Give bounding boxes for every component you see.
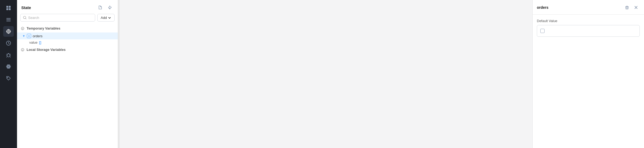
state-panel: State Add Temporary Variables ▼ (17, 0, 118, 148)
atom-icon-item[interactable] (3, 61, 14, 72)
local-section-chevron-icon (21, 48, 24, 52)
grid-icon-item[interactable] (3, 3, 14, 13)
header-icons (97, 4, 114, 11)
temporary-variables-section[interactable]: Temporary Variables (17, 24, 118, 32)
search-row: Add (17, 14, 118, 24)
svg-point-29 (21, 27, 24, 30)
icon-bar (0, 0, 17, 148)
checkbox-icon (540, 29, 545, 33)
local-storage-label: Local Storage Variables (27, 48, 66, 52)
tree-child-value[interactable]: value [] (17, 39, 118, 46)
trash-icon (625, 5, 629, 10)
svg-rect-1 (9, 6, 11, 8)
search-box[interactable] (20, 14, 95, 22)
svg-line-28 (26, 18, 26, 19)
orders-variable-icon: x (27, 34, 31, 38)
orders-label: orders (33, 34, 43, 38)
search-icon (23, 16, 27, 19)
main-area (120, 0, 532, 148)
svg-point-27 (23, 16, 26, 19)
add-button[interactable]: Add (97, 14, 115, 22)
svg-point-7 (7, 30, 10, 33)
value-bracket: [] (39, 41, 41, 44)
svg-rect-5 (6, 19, 11, 20)
svg-rect-3 (9, 8, 11, 10)
svg-line-15 (6, 54, 7, 55)
state-file-icon[interactable] (97, 4, 104, 11)
right-panel-actions (623, 4, 640, 11)
tag-icon-item[interactable] (3, 73, 14, 84)
local-storage-section[interactable]: Local Storage Variables (17, 46, 118, 54)
svg-line-16 (10, 54, 11, 55)
svg-line-19 (6, 57, 7, 57)
section-chevron-icon (21, 27, 24, 30)
close-button[interactable] (632, 4, 640, 11)
state-icon-item[interactable] (3, 26, 14, 37)
state-panel-title: State (21, 5, 31, 10)
right-panel-title: orders (537, 5, 549, 10)
svg-rect-2 (6, 8, 8, 10)
delete-button[interactable] (623, 4, 631, 11)
value-label: value (29, 40, 37, 44)
state-panel-header: State (17, 0, 118, 14)
svg-point-25 (7, 77, 8, 78)
svg-rect-6 (6, 21, 11, 21)
bug-icon-item[interactable] (3, 50, 14, 60)
svg-point-30 (21, 48, 24, 51)
tree-item-orders[interactable]: ▼ x orders (17, 32, 118, 39)
svg-rect-0 (6, 6, 8, 8)
svg-rect-4 (6, 18, 11, 19)
close-icon (634, 6, 638, 9)
right-panel-header: orders (533, 0, 644, 15)
svg-point-21 (8, 66, 9, 67)
orders-chevron-icon: ▼ (22, 34, 25, 38)
menu-icon-item[interactable] (3, 14, 14, 25)
default-value-box[interactable] (537, 25, 640, 37)
chevron-down-icon (108, 16, 111, 19)
clock-icon-item[interactable] (3, 38, 14, 48)
default-value-label: Default Value (537, 19, 640, 23)
right-panel-body: Default Value (533, 15, 644, 41)
svg-line-20 (10, 57, 11, 57)
search-input[interactable] (28, 16, 92, 20)
svg-point-8 (8, 31, 9, 32)
right-panel: orders Default Value (532, 0, 644, 148)
svg-point-14 (7, 54, 10, 57)
temporary-variables-label: Temporary Variables (27, 26, 60, 30)
state-pin-icon[interactable] (106, 4, 114, 11)
